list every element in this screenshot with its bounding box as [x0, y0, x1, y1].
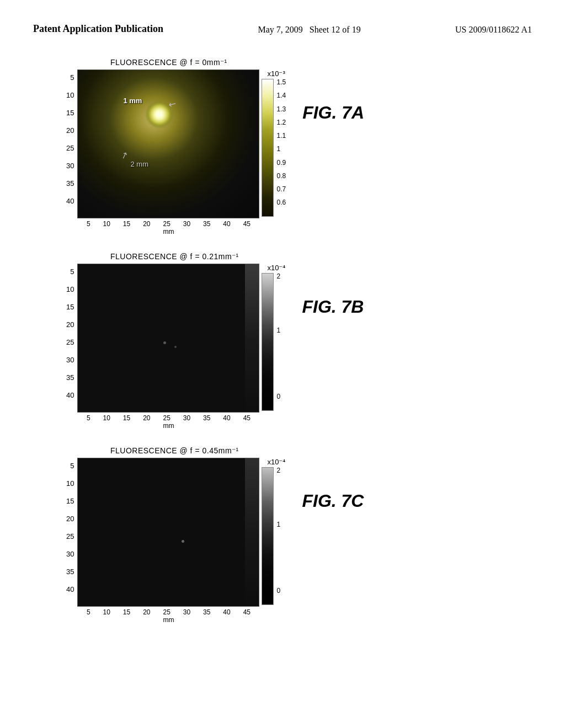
cb-artifact-7c	[245, 458, 259, 607]
page: Patent Application Publication May 7, 20…	[0, 0, 565, 728]
figure-7b-plot-container: 5 10 15 20 25 30 35 40 45 mm	[77, 264, 259, 430]
figure-7b-title: FLUORESCENCE @ f = 0.21mm⁻¹	[110, 252, 239, 261]
figure-7b-xunit: mm	[77, 422, 259, 430]
cb-artifact-7b	[245, 264, 259, 413]
figure-7c-plot	[77, 458, 259, 607]
figure-7a-scale: x10⁻³	[264, 69, 285, 78]
figure-7c-xaxis: 5 10 15 20 25 30 35 40 45 mm	[77, 608, 259, 624]
figure-7a-row: 5 10 15 20 25 30 35 40 ↙ ↗	[66, 69, 364, 235]
figure-7b-row: 5 10 15 20 25 30 35 40	[66, 264, 364, 430]
figure-7a-plot: ↙ ↗ 1 mm 2 mm	[77, 69, 259, 218]
figure-7c-label: FIG. 7C	[302, 491, 364, 511]
figure-7a-plot-container: ↙ ↗ 1 mm 2 mm 5 10 15 20	[77, 69, 259, 235]
figure-7a-yaxis: 5 10 15 20 25 30 35 40	[66, 69, 77, 218]
publication-title: Patent Application Publication	[33, 22, 163, 36]
dot-7b	[163, 341, 166, 344]
dot2-7b	[174, 346, 177, 348]
colorbar-7c	[262, 467, 274, 605]
figure-7c-row: 5 10 15 20 25 30 35 40	[66, 458, 364, 624]
patent-number: US 2009/0118622 A1	[455, 22, 532, 35]
figure-7a-label: FIG. 7A	[302, 103, 364, 123]
colorbar-7c-labels: 2 1 0	[274, 467, 280, 605]
colorbar-7a	[262, 79, 274, 217]
figure-7c-yaxis: 5 10 15 20 25 30 35 40	[66, 458, 77, 607]
figure-7b-scale: x10⁻⁴	[264, 264, 285, 272]
figure-7b-section: FLUORESCENCE @ f = 0.21mm⁻¹ 5 10 15 20 2…	[66, 252, 532, 430]
dot-7c	[182, 540, 184, 543]
figure-7b-plot	[77, 264, 259, 413]
figure-7a-section: FLUORESCENCE @ f = 0mm⁻¹ 5 10 15 20 25 3…	[66, 58, 532, 235]
label-2mm: 2 mm	[130, 160, 148, 168]
label-1mm: 1 mm	[123, 97, 142, 105]
figure-7b-label: FIG. 7B	[302, 297, 364, 317]
figure-7b-colorbar: x10⁻⁴ 2 1 0	[259, 264, 364, 411]
figure-7c-left: 5 10 15 20 25 30 35 40	[66, 458, 259, 624]
figure-7c-xunit: mm	[77, 616, 259, 624]
figure-7a-title: FLUORESCENCE @ f = 0mm⁻¹	[110, 58, 227, 67]
figure-7a-xunit: mm	[77, 228, 259, 235]
colorbar-7b-labels: 2 1 0	[274, 273, 280, 411]
colorbar-7b	[262, 273, 274, 411]
figure-7a-xaxis: 5 10 15 20 25 30 35 40 45 mm	[77, 220, 259, 235]
arrow-2-7a: ↗	[120, 149, 130, 162]
colorbar-7a-labels: 1.5 1.4 1.3 1.2 1.1 1 0.9 0.8 0.7 0.6	[274, 79, 286, 217]
figure-7c-plot-container: 5 10 15 20 25 30 35 40 45 mm	[77, 458, 259, 624]
figure-7b-left: 5 10 15 20 25 30 35 40	[66, 264, 259, 430]
figure-7b-xaxis: 5 10 15 20 25 30 35 40 45 mm	[77, 414, 259, 430]
figure-7b-yaxis: 5 10 15 20 25 30 35 40	[66, 264, 77, 413]
figure-7a-left: 5 10 15 20 25 30 35 40 ↙ ↗	[66, 69, 259, 235]
publication-date: May 7, 2009 Sheet 12 of 19	[258, 22, 360, 35]
figure-7c-section: FLUORESCENCE @ f = 0.45mm⁻¹ 5 10 15 20 2…	[66, 446, 532, 624]
figure-7c-colorbar: x10⁻⁴ 2 1 0	[259, 458, 364, 605]
figure-7c-scale: x10⁻⁴	[264, 458, 285, 466]
header: Patent Application Publication May 7, 20…	[33, 22, 532, 41]
figure-7c-title: FLUORESCENCE @ f = 0.45mm⁻¹	[110, 446, 239, 455]
figure-7a-colorbar: x10⁻³ 1.5 1.4 1.3 1.2 1.1 1 0.9 0.8 0	[259, 69, 364, 217]
